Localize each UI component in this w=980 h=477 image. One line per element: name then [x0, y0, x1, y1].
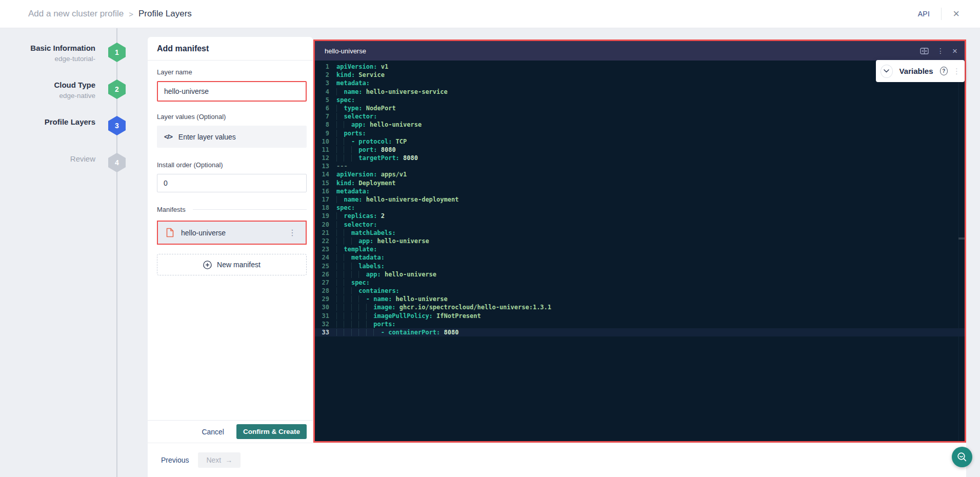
api-button[interactable]: API — [918, 10, 930, 18]
line-number: 15 — [315, 179, 336, 187]
code-line[interactable]: 13--- — [315, 162, 965, 170]
code-line[interactable]: 8 app: hello-universe — [315, 121, 965, 129]
step-subtitle: edge-tutorial- — [0, 54, 95, 64]
variables-panel: Variables ? ⋮ — [876, 60, 965, 82]
enter-layer-values-text: Enter layer values — [178, 133, 236, 141]
line-number: 9 — [315, 129, 336, 137]
manifest-kebab-icon[interactable]: ⋮ — [285, 227, 299, 239]
editor-title: hello-universe — [325, 47, 366, 55]
breadcrumb-current: Profile Layers — [138, 9, 192, 19]
editor-scrollbar[interactable] — [958, 61, 965, 441]
code-line[interactable]: 25 labels: — [315, 262, 965, 270]
editor-kebab-icon[interactable]: ⋮ — [937, 47, 944, 55]
arrow-right-icon: → — [225, 456, 232, 464]
line-number: 32 — [315, 320, 336, 328]
code-line[interactable]: 20 selector: — [315, 221, 965, 229]
breadcrumb: Add a new cluster profile > Profile Laye… — [28, 9, 192, 19]
help-icon[interactable]: ? — [940, 67, 948, 75]
code-line[interactable]: 11 port: 8080 — [315, 146, 965, 154]
line-number: 17 — [315, 195, 336, 204]
line-number: 13 — [315, 162, 336, 170]
step-number-hexagon: 2 — [108, 80, 126, 99]
previous-button[interactable]: Previous — [161, 456, 189, 464]
bottom-nav-bar: Previous Next → — [148, 443, 966, 477]
layer-name-input[interactable] — [157, 81, 307, 102]
panel-title: Add manifest — [148, 37, 313, 61]
code-line[interactable]: 29 - name: hello-universe — [315, 295, 965, 303]
line-number: 23 — [315, 245, 336, 253]
enter-layer-values-button[interactable]: </> Enter layer values — [157, 126, 307, 148]
diff-view-icon[interactable] — [920, 48, 929, 54]
code-line[interactable]: 17 name: hello-universe-deployment — [315, 195, 965, 204]
code-line[interactable]: 19 replicas: 2 — [315, 212, 965, 220]
line-number: 8 — [315, 121, 336, 129]
line-number: 7 — [315, 112, 336, 121]
line-number: 12 — [315, 154, 336, 162]
line-number: 33 — [315, 328, 336, 336]
divider — [193, 209, 307, 210]
chevron-down-icon[interactable] — [881, 65, 893, 78]
step-subtitle: edge-native — [0, 91, 95, 101]
line-number: 24 — [315, 253, 336, 262]
next-button[interactable]: Next → — [198, 452, 241, 468]
layer-name-label: Layer name — [157, 68, 307, 76]
variables-kebab-icon[interactable]: ⋮ — [953, 67, 961, 76]
line-number: 11 — [315, 146, 336, 154]
line-number: 29 — [315, 295, 336, 303]
code-line[interactable]: 26 app: hello-universe — [315, 270, 965, 279]
code-line[interactable]: 21 matchLabels: — [315, 229, 965, 237]
code-line[interactable]: 16metadata: — [315, 187, 965, 195]
line-number: 4 — [315, 88, 336, 96]
close-icon[interactable]: × — [953, 8, 959, 19]
code-line[interactable]: 4 name: hello-universe-service — [315, 88, 965, 96]
code-line[interactable]: 28 containers: — [315, 287, 965, 295]
line-number: 30 — [315, 303, 336, 311]
code-line[interactable]: 10 - protocol: TCP — [315, 137, 965, 146]
code-area[interactable]: 1apiVersion: v12kind: Service3metadata:4… — [315, 61, 965, 441]
code-line[interactable]: 31 imagePullPolicy: IfNotPresent — [315, 312, 965, 320]
code-line[interactable]: 6 type: NodePort — [315, 104, 965, 112]
code-line[interactable]: 7 selector: — [315, 112, 965, 121]
new-manifest-button[interactable]: New manifest — [157, 254, 307, 275]
code-line[interactable]: 22 app: hello-universe — [315, 237, 965, 245]
code-line[interactable]: 9 ports: — [315, 129, 965, 137]
step-number-hexagon: 4 — [108, 153, 126, 172]
line-number: 21 — [315, 229, 336, 237]
cancel-button[interactable]: Cancel — [202, 428, 224, 436]
code-line[interactable]: 24 metadata: — [315, 253, 965, 262]
code-line[interactable]: 2kind: Service — [315, 71, 965, 79]
layer-values-label: Layer values (Optional) — [157, 113, 307, 121]
line-number: 10 — [315, 137, 336, 146]
panel-footer: Cancel Confirm & Create — [148, 420, 313, 443]
code-line[interactable]: 32 ports: — [315, 320, 965, 328]
confirm-create-button[interactable]: Confirm & Create — [236, 424, 307, 439]
help-search-fab[interactable] — [952, 447, 972, 467]
line-number: 20 — [315, 221, 336, 229]
breadcrumb-parent[interactable]: Add a new cluster profile — [28, 9, 124, 19]
code-line[interactable]: 33 - containerPort: 8080 — [315, 328, 965, 336]
code-line[interactable]: 14apiVersion: apps/v1 — [315, 170, 965, 178]
variables-label: Variables — [899, 67, 933, 75]
manifest-name: hello-universe — [181, 229, 226, 237]
line-number: 31 — [315, 312, 336, 320]
line-number: 28 — [315, 287, 336, 295]
code-line[interactable]: 12 targetPort: 8080 — [315, 154, 965, 162]
install-order-input[interactable] — [157, 174, 307, 192]
manifest-item-hello-universe[interactable]: hello-universe ⋮ — [157, 221, 307, 245]
code-line[interactable]: 23 template: — [315, 245, 965, 253]
editor-close-icon[interactable]: × — [952, 47, 957, 55]
plus-circle-icon — [203, 261, 212, 269]
code-line[interactable]: 5spec: — [315, 96, 965, 104]
code-line[interactable]: 3metadata: — [315, 79, 965, 87]
line-number: 27 — [315, 279, 336, 287]
code-line[interactable]: 27 spec: — [315, 279, 965, 287]
line-number: 1 — [315, 63, 336, 71]
code-line[interactable]: 15kind: Deployment — [315, 179, 965, 187]
code-line[interactable]: 1apiVersion: v1 — [315, 63, 965, 71]
scrollbar-thumb[interactable] — [958, 237, 965, 240]
code-line[interactable]: 30 image: ghcr.io/spectrocloud/hello-uni… — [315, 303, 965, 311]
code-icon: </> — [164, 133, 172, 141]
code-line[interactable]: 18spec: — [315, 204, 965, 212]
file-icon — [166, 228, 174, 237]
line-number: 6 — [315, 104, 336, 112]
